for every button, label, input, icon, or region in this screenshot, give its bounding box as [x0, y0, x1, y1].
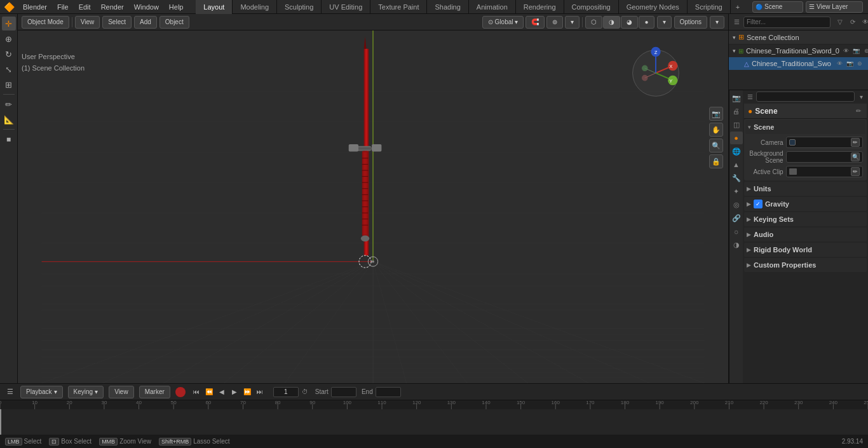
camera-btn-0[interactable]: 📷: [852, 46, 861, 55]
tool-rotate[interactable]: ↻: [2, 47, 16, 61]
viewport-3d[interactable]: Object Mode View Select Add Object ⊙ Glo…: [18, 14, 728, 383]
tab-modeling[interactable]: Modeling: [233, 0, 277, 15]
keying-btn[interactable]: Keying▾: [68, 386, 104, 398]
solid-shading-button[interactable]: ◑: [603, 16, 620, 29]
start-frame-input[interactable]: 1: [331, 387, 356, 397]
proportional-edit-button[interactable]: ⊚: [546, 16, 563, 29]
wireframe-shading-button[interactable]: ⬡: [585, 16, 602, 29]
viewport-hand-btn[interactable]: ✋: [709, 123, 723, 137]
render-btn-0[interactable]: ⊚: [862, 46, 868, 55]
rendered-shading-button[interactable]: ●: [639, 16, 654, 29]
tab-sculpting[interactable]: Sculpting: [277, 0, 322, 15]
eye-btn-1[interactable]: 👁: [835, 59, 844, 68]
tab-animation[interactable]: Animation: [469, 0, 516, 15]
properties-search-input[interactable]: [756, 92, 855, 102]
jump-start-btn[interactable]: ⏮: [191, 386, 202, 398]
timeline-ruler[interactable]: // Ruler ticks will be drawn via JS belo…: [0, 400, 868, 409]
gravity-checkbox[interactable]: ✓: [754, 200, 763, 208]
jump-end-btn[interactable]: ⏭: [254, 386, 266, 398]
marker-btn[interactable]: Marker: [139, 386, 170, 398]
units-section-header[interactable]: ▶ Units: [744, 182, 867, 196]
props-nav-physics[interactable]: ◎: [730, 198, 743, 211]
props-nav-constraints[interactable]: 🔗: [730, 212, 743, 224]
tab-geometry-nodes[interactable]: Geometry Nodes: [619, 0, 688, 15]
gravity-section-header[interactable]: ▶ ✓ Gravity: [744, 197, 867, 211]
props-options-icon[interactable]: ▾: [857, 92, 865, 101]
rigid-body-header[interactable]: ▶ Rigid Body World: [744, 243, 867, 257]
shading-options-button[interactable]: ▾: [657, 16, 672, 29]
background-scene-value[interactable]: 🔍: [786, 151, 863, 163]
scene-selector[interactable]: 🔵 Scene: [752, 1, 803, 13]
props-nav-material[interactable]: ◑: [730, 238, 743, 251]
current-frame-input[interactable]: 1: [273, 387, 299, 397]
menu-file[interactable]: File: [52, 0, 74, 14]
props-nav-render[interactable]: 📷: [730, 92, 743, 104]
end-frame-input[interactable]: 250: [376, 387, 401, 397]
tool-measure[interactable]: 📐: [2, 112, 16, 126]
props-nav-object[interactable]: ▲: [730, 158, 743, 171]
scene-subsection-header[interactable]: ▾ Scene: [745, 120, 865, 134]
snap-button[interactable]: 🧲: [526, 16, 545, 29]
tab-rendering[interactable]: Rendering: [516, 0, 564, 15]
scene-collection-root[interactable]: ▾ ⊞ Scene Collection: [729, 31, 868, 44]
active-clip-value[interactable]: ✏: [786, 166, 863, 177]
tab-scripting[interactable]: Scripting: [688, 0, 731, 15]
tool-move[interactable]: ⊕: [2, 32, 16, 46]
view-menu-button[interactable]: View: [75, 16, 100, 29]
playback-btn[interactable]: Playback▾: [20, 386, 63, 398]
camera-value[interactable]: ✏: [786, 137, 863, 148]
material-shading-button[interactable]: ◕: [621, 16, 638, 29]
timeline-menu-btn[interactable]: ☰: [5, 387, 15, 397]
props-nav-modifiers[interactable]: 🔧: [730, 172, 743, 184]
tool-transform[interactable]: ⊞: [2, 78, 16, 92]
tab-compositing[interactable]: Compositing: [564, 0, 619, 15]
object-mode-button[interactable]: Object Mode: [22, 16, 69, 29]
outliner-item-sword-mesh[interactable]: △ Chinese_Traditional_Swo 👁 📷 ⊚: [729, 57, 868, 70]
viewport-lock-btn[interactable]: 🔒: [709, 154, 723, 168]
camera-edit-btn[interactable]: ✏: [851, 138, 860, 147]
scene-edit-btn[interactable]: ✏: [854, 107, 863, 116]
tool-cursor[interactable]: ✛: [2, 17, 16, 31]
render-btn-1[interactable]: ⊚: [855, 59, 864, 68]
record-btn[interactable]: [175, 387, 186, 397]
play-btn[interactable]: ▶: [229, 386, 240, 398]
tool-scale[interactable]: ⤡: [2, 62, 16, 76]
menu-blender[interactable]: Blender: [18, 0, 52, 14]
options-arrow-button[interactable]: ▾: [710, 16, 724, 29]
custom-props-header[interactable]: ▶ Custom Properties: [744, 258, 867, 272]
viewport-canvas[interactable]: X Y Z User Perspecti: [18, 31, 728, 383]
menu-window[interactable]: Window: [129, 0, 164, 14]
add-menu-button[interactable]: Add: [134, 16, 157, 29]
menu-render[interactable]: Render: [96, 0, 129, 14]
props-nav-world[interactable]: 🌐: [730, 145, 743, 158]
tool-annotate[interactable]: ✏: [2, 97, 16, 111]
active-clip-edit-btn[interactable]: ✏: [851, 167, 860, 176]
viewport-camera-btn[interactable]: 📷: [709, 107, 723, 121]
props-nav-particles[interactable]: ✦: [730, 185, 743, 198]
options-button[interactable]: Options: [674, 16, 707, 29]
props-nav-data[interactable]: ☼: [730, 225, 743, 238]
camera-btn-1[interactable]: 📷: [845, 59, 854, 68]
eye-btn-0[interactable]: 👁: [842, 46, 851, 55]
timeline-track[interactable]: [0, 409, 868, 435]
view-layer-selector[interactable]: ☰ View Layer: [806, 1, 863, 13]
outliner-item-sword-collection[interactable]: ▾ ⊞ Chinese_Traditional_Sword_0 👁 📷 ⊚: [729, 44, 868, 57]
outliner-filter-btn[interactable]: ▽: [834, 17, 846, 28]
step-back-btn[interactable]: ⏪: [203, 386, 215, 398]
select-menu-button[interactable]: Select: [102, 16, 132, 29]
tab-texture-paint[interactable]: Texture Paint: [370, 0, 427, 15]
viewport-zoom-btn[interactable]: 🔍: [709, 139, 723, 153]
audio-section-header[interactable]: ▶ Audio: [744, 227, 867, 241]
tab-shading[interactable]: Shading: [427, 0, 468, 15]
props-nav-scene[interactable]: ●: [730, 132, 743, 144]
keying-sets-header[interactable]: ▶ Keying Sets: [744, 212, 867, 226]
step-fwd-btn[interactable]: ⏩: [241, 386, 253, 398]
outliner-search[interactable]: [743, 17, 831, 28]
props-nav-output[interactable]: 🖨: [730, 105, 743, 118]
add-workspace-button[interactable]: +: [731, 3, 745, 11]
proportional-edit-type[interactable]: ▾: [565, 16, 580, 29]
scene-section-header[interactable]: ● Scene ✏: [744, 104, 867, 119]
outliner-sync-btn[interactable]: ⟳: [847, 17, 858, 28]
tool-add-cube[interactable]: ◼: [2, 132, 16, 146]
transform-pivot-button[interactable]: ⊙ Global ▾: [482, 16, 524, 29]
